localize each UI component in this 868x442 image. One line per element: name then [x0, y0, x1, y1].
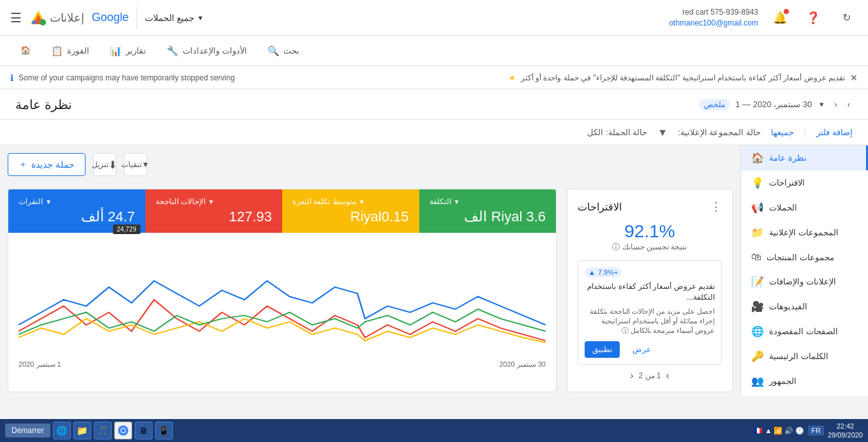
audience-icon: 👥 [751, 375, 764, 387]
campaigns-icon: 📢 [751, 202, 764, 214]
google-label: Google [92, 11, 129, 24]
hamburger-menu[interactable]: ☰ [10, 10, 22, 26]
window-icon[interactable]: 🖥 [135, 422, 153, 439]
suggestions-menu-btn[interactable]: ⋮ [710, 200, 722, 214]
ann-left: ✕ تقديم عروض أسعار أكثر كفاءة باستخدام ا… [509, 73, 858, 83]
sidebar-item-ads[interactable]: الإعلانات والإضافات 📝 [741, 269, 868, 294]
start-button[interactable]: Démarrer [5, 424, 50, 438]
sidebar-audience-label: الجمهور [769, 376, 797, 386]
metric-conv-value[interactable]: ▼ متوسط تكلفة النقرة Riyal0.15 [282, 189, 419, 233]
sidebar: نظرة عامة 🏠 الاقتراحات 💡 الحملات 📢 المجم… [740, 145, 868, 396]
date-next-btn[interactable]: › [845, 97, 853, 112]
page-prev-btn[interactable]: ‹ [630, 370, 633, 381]
info-icon[interactable]: ℹ [10, 73, 13, 83]
media-icon[interactable]: 🎵 [94, 422, 112, 439]
refresh-button[interactable]: ↻ [835, 6, 858, 29]
new-campaign-label: حملة جديدة [31, 159, 75, 170]
main-content: نظرة عامة 🏠 الاقتراحات 💡 الحملات 📢 المجم… [0, 145, 868, 396]
all-filter-btn[interactable]: جميعها [771, 128, 794, 137]
filter-label: تنقيات [121, 160, 142, 169]
help-button[interactable]: ❓ [802, 6, 825, 29]
chevron-down-icon: ▾ [198, 13, 202, 22]
ie-icon[interactable]: 🌐 [53, 422, 71, 439]
add-filter-label: إضافة فلتر [816, 128, 853, 137]
tab-alerts-label: الفورة [67, 46, 89, 55]
top-bar-right: red cart 575-939-8943 othmanec100@gmail.… [669, 6, 858, 29]
suggestion-desc: احصل على مزيد من الإحالات الناجحة بتكلفة… [585, 307, 715, 336]
filter-btn[interactable]: ▼ تنقيات [124, 153, 147, 176]
download-icon: ⬇ [108, 159, 117, 171]
sidebar-item-campaigns[interactable]: الحملات 📢 [741, 195, 868, 220]
suggestion-badge: +7.9% ▲ [585, 267, 622, 277]
videos-icon: 🎥 [751, 300, 764, 313]
alerts-button[interactable]: 🔔 [768, 6, 791, 29]
suggestions-title: الاقتراحات [578, 201, 622, 213]
apply-btn[interactable]: تطبيق [585, 341, 620, 358]
date-dropdown-btn[interactable]: ▾ [817, 97, 827, 112]
metric-cost[interactable]: ▼ التكلفة Riyal 3.6 الف [419, 189, 557, 233]
reports-icon: 📊 [110, 45, 122, 57]
sidebar-item-suggestions[interactable]: الاقتراحات 💡 [741, 170, 868, 195]
page-next-btn[interactable]: › [666, 370, 670, 381]
adgroups-icon: 📁 [751, 226, 764, 239]
nav-tabs-bar: 🏠 📋 الفورة 📊 تقارير 🔧 الأدوات والإعدادات… [0, 36, 868, 66]
tab-alerts-nav[interactable]: 📋 الفورة [41, 36, 100, 66]
tab-overview[interactable]: 🏠 [10, 36, 41, 66]
metric-cost-label: ▼ التكلفة [430, 197, 546, 206]
tab-reports[interactable]: 📊 تقارير [100, 36, 156, 66]
sidebar-item-landing[interactable]: الصفحات المقصودة 🌐 [741, 319, 868, 344]
sidebar-ads-label: الإعلانات والإضافات [769, 277, 836, 286]
taskbar: Démarrer 🌐 📁 🎵 🖥 📱 🇫🇷 ▲ 📶 🔊 🕐 [0, 419, 868, 442]
ann-right-text: Some of your campaigns may have temporar… [19, 73, 235, 82]
sidebar-item-audience[interactable]: الجمهور 👥 [741, 369, 868, 394]
sidebar-overview-label: نظرة عامة [769, 153, 807, 163]
metric-conv-value-val: Riyal0.15 [292, 209, 409, 225]
metric-conv-value-label: ▼ متوسط تكلفة النقرة [292, 197, 409, 206]
account-info: red cart 575-939-8943 othmanec100@gmail.… [669, 7, 758, 29]
tab-search-nav[interactable]: 🔍 بحث [257, 36, 310, 66]
new-campaign-btn[interactable]: حملة جديدة ＋ [8, 153, 86, 176]
signal-icon: 📶 [774, 427, 782, 435]
add-filter-btn[interactable]: إضافة فلتر [816, 128, 853, 137]
metric-cost-value: Riyal 3.6 الف [430, 209, 546, 225]
sidebar-item-videos[interactable]: الفيديوهات 🎥 [741, 294, 868, 319]
sidebar-item-products[interactable]: مجموعات المنتجات 🛍 [741, 245, 868, 269]
view-btn[interactable]: عرض [625, 341, 659, 358]
score-label: نتيجة تحسين حسابك ⓘ [578, 242, 722, 253]
svg-point-3 [32, 20, 36, 24]
metric-conversions[interactable]: ▼ الإحالات الناجحة 127.93 [146, 189, 283, 233]
sys-icons: 🇫🇷 ▲ 📶 🔊 🕐 [754, 427, 804, 435]
filters-bar: إضافة فلتر | جميعها حالة المجموعة الإعلا… [0, 120, 868, 145]
ann-close-btn[interactable]: ✕ [850, 73, 858, 83]
sidebar-item-demographics[interactable]: الخصائص الديمغرافية 📊 [741, 394, 868, 396]
sidebar-item-keywords[interactable]: الكلمات الرئيسية 🔑 [741, 344, 868, 369]
download-btn[interactable]: ⬇ تنزيل [93, 153, 116, 176]
filter-group-label: حالة المجموعة الإعلانية: [678, 128, 761, 137]
page-title: نظرة عامة [15, 97, 72, 112]
chart-labels: 30 سبتمبر 2020 1 سبتمبر 2020 [8, 360, 556, 374]
campaign-selector[interactable]: جميع الحملات ▾ [145, 13, 202, 23]
announcement-bar: ✕ تقديم عروض أسعار أكثر كفاءة باستخدام ا… [0, 66, 868, 89]
page-header: › ‹ ▾ 30 سبتمبر، 2020 — 1 ملخص نظرة عامة [0, 89, 868, 120]
pagination: › 1 من 2 ‹ [578, 370, 722, 381]
star-icon: ★ [509, 73, 516, 82]
date-prev-btn[interactable]: ‹ [832, 97, 839, 112]
search-icon: 🔍 [267, 45, 280, 57]
suggestions-icon: 💡 [751, 177, 764, 189]
account-name: red cart 575-939-8943 [669, 7, 758, 18]
sidebar-adgroups-label: المجموعات الإعلانية [769, 228, 839, 237]
metric-clicks[interactable]: ▼ النقرات 24.7 ألف 24,729 [8, 189, 146, 233]
chrome-icon[interactable] [114, 422, 132, 439]
app-icon[interactable]: 📱 [155, 422, 173, 439]
google-ads-logo: إعلانات Google [29, 9, 129, 27]
sidebar-item-adgroups[interactable]: المجموعات الإعلانية 📁 [741, 220, 868, 245]
alerts-wrap: 🔔 [768, 6, 791, 29]
sidebar-item-overview[interactable]: نظرة عامة 🏠 [741, 145, 868, 170]
folder-icon[interactable]: 📁 [73, 422, 91, 439]
tab-tools[interactable]: 🔧 الأدوات والإعدادات [156, 36, 257, 66]
plus-circle-icon: ＋ [19, 159, 27, 170]
chart-header: ▼ التكلفة Riyal 3.6 الف ▼ متوسط تكلفة ال… [8, 189, 556, 233]
taskbar-icons: 🌐 📁 🎵 🖥 📱 [53, 422, 173, 439]
sidebar-videos-label: الفيديوهات [769, 302, 807, 311]
dropdown-arrow3-icon: ▼ [208, 198, 214, 205]
